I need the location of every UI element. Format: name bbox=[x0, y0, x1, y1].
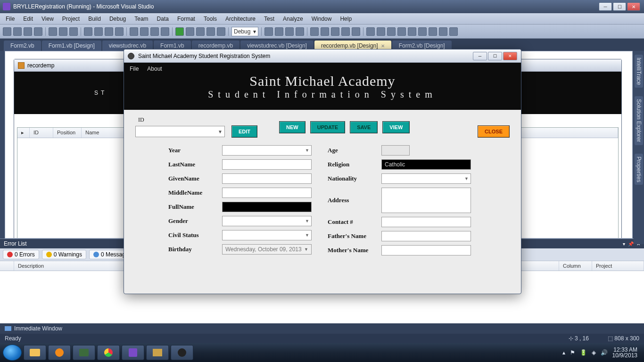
autohide-icon[interactable]: ▾ bbox=[623, 241, 625, 247]
menu-team[interactable]: Team bbox=[131, 15, 152, 23]
taskbar-running-app[interactable] bbox=[171, 345, 193, 360]
properties-tab[interactable]: Properties bbox=[635, 154, 643, 185]
grid-col-id[interactable]: ID bbox=[30, 128, 53, 138]
toolbar-icon[interactable] bbox=[3, 27, 11, 36]
toolbar-icon[interactable] bbox=[429, 27, 437, 36]
toolbar-icon[interactable] bbox=[449, 27, 458, 36]
toolbar-icon[interactable] bbox=[275, 27, 283, 36]
taskbar-app[interactable] bbox=[146, 345, 169, 360]
birthday-picker[interactable]: Wednesday, October 09, 2013▼ bbox=[222, 244, 312, 255]
minimize-button[interactable]: ─ bbox=[599, 2, 612, 11]
toolbar-icon[interactable] bbox=[341, 27, 350, 36]
tray-battery-icon[interactable]: 🔋 bbox=[580, 349, 587, 356]
toolbar-icon[interactable] bbox=[130, 27, 138, 36]
toolbar-icon[interactable] bbox=[439, 27, 447, 36]
app-titlebar[interactable]: Saint Michael Academy Student Registrati… bbox=[124, 49, 521, 63]
year-combo[interactable]: ▼ bbox=[222, 145, 312, 156]
taskbar-chrome[interactable] bbox=[97, 345, 120, 360]
menu-architecture[interactable]: Architecture bbox=[222, 15, 259, 23]
errors-filter[interactable]: 0 Errors bbox=[3, 250, 39, 259]
taskbar-idm[interactable] bbox=[73, 345, 95, 360]
menu-project[interactable]: Project bbox=[58, 15, 83, 23]
toolbar-icon[interactable] bbox=[150, 27, 159, 36]
view-button[interactable]: VIEW bbox=[382, 121, 410, 133]
taskbar-mediaplayer[interactable] bbox=[48, 345, 71, 360]
toolbar-icon[interactable] bbox=[13, 27, 22, 36]
tab-form1-design[interactable]: Form1.vb [Design] bbox=[42, 41, 101, 51]
toolbar-icon[interactable] bbox=[49, 27, 57, 36]
app-menu-file[interactable]: File bbox=[130, 66, 139, 72]
civilstatus-combo[interactable]: ▼ bbox=[222, 230, 312, 240]
menu-help[interactable]: Help bbox=[336, 15, 355, 23]
contact-input[interactable] bbox=[381, 217, 471, 227]
solution-explorer-tab[interactable]: Solution Explorer bbox=[635, 96, 643, 145]
menu-tools[interactable]: Tools bbox=[200, 15, 221, 23]
givenname-input[interactable] bbox=[222, 173, 312, 184]
middlename-input[interactable] bbox=[222, 188, 312, 198]
toolbar-icon[interactable] bbox=[321, 27, 329, 36]
nationality-combo[interactable]: ▼ bbox=[381, 173, 471, 184]
app-minimize-button[interactable]: ─ bbox=[473, 52, 487, 60]
pin-icon[interactable]: 📌 bbox=[628, 241, 634, 247]
menu-file[interactable]: File bbox=[2, 15, 18, 23]
toolbar-icon[interactable] bbox=[310, 27, 319, 36]
update-button[interactable]: UPDATE bbox=[310, 121, 345, 133]
col-icon[interactable] bbox=[0, 261, 14, 271]
app-maximize-button[interactable]: ☐ bbox=[488, 52, 502, 60]
grid-col-selector[interactable]: ▸ bbox=[17, 128, 30, 138]
close-icon[interactable]: ✕ bbox=[381, 43, 385, 49]
toolbar-icon[interactable] bbox=[24, 27, 32, 36]
menu-debug[interactable]: Debug bbox=[106, 15, 130, 23]
maximize-button[interactable]: ☐ bbox=[613, 2, 626, 11]
col-project[interactable]: Project bbox=[592, 261, 644, 271]
toolbar-icon[interactable] bbox=[69, 27, 78, 36]
start-button[interactable] bbox=[3, 345, 22, 361]
new-button[interactable]: NEW bbox=[279, 121, 305, 133]
toolbar-icon[interactable] bbox=[377, 27, 385, 36]
grid-col-position[interactable]: Position bbox=[53, 128, 82, 138]
menu-test[interactable]: Test bbox=[260, 15, 278, 23]
close-button[interactable]: ✕ bbox=[627, 2, 640, 11]
toolbar-icon[interactable] bbox=[34, 27, 42, 36]
toolbar-icon[interactable] bbox=[366, 27, 375, 36]
play-icon[interactable] bbox=[175, 27, 184, 36]
toolbar-icon[interactable] bbox=[352, 27, 360, 36]
toolbar-icon[interactable] bbox=[418, 27, 427, 36]
menu-data[interactable]: Data bbox=[153, 15, 173, 23]
fullname-input[interactable] bbox=[222, 202, 312, 212]
toolbar-icon[interactable] bbox=[217, 27, 225, 36]
app-menu-about[interactable]: About bbox=[147, 66, 162, 72]
menu-window[interactable]: Window bbox=[308, 15, 336, 23]
toolbar-icon[interactable] bbox=[331, 27, 339, 36]
father-input[interactable] bbox=[381, 231, 471, 241]
taskbar-explorer[interactable] bbox=[24, 345, 46, 360]
address-input[interactable] bbox=[381, 188, 471, 213]
gender-combo[interactable]: ▼ bbox=[222, 216, 312, 226]
toolbar-icon[interactable] bbox=[408, 27, 416, 36]
menu-analyze[interactable]: Analyze bbox=[279, 15, 307, 23]
pause-icon[interactable] bbox=[186, 27, 194, 36]
menu-view[interactable]: View bbox=[38, 15, 58, 23]
menu-format[interactable]: Format bbox=[173, 15, 199, 23]
toolbar-icon[interactable] bbox=[264, 27, 273, 36]
toolbar-icon[interactable] bbox=[397, 27, 406, 36]
toolbar-icon[interactable] bbox=[285, 27, 294, 36]
toolbar-icon[interactable] bbox=[161, 27, 169, 36]
app-close-button[interactable]: ✕ bbox=[503, 52, 517, 60]
taskbar-vs[interactable] bbox=[122, 345, 144, 360]
toolbar-icon[interactable] bbox=[387, 27, 396, 36]
save-button[interactable]: SAVE bbox=[350, 121, 378, 133]
menu-edit[interactable]: Edit bbox=[19, 15, 37, 23]
religion-input[interactable]: Catholic bbox=[381, 159, 471, 170]
system-tray[interactable]: ▴ ⚑ 🔋 ◈ 🔊 12:33 AM 10/9/2013 bbox=[562, 347, 641, 358]
tray-flag-icon[interactable]: ⚑ bbox=[570, 349, 575, 356]
toolbar-icon[interactable] bbox=[94, 27, 103, 36]
toolbar-icon[interactable] bbox=[206, 27, 215, 36]
col-column[interactable]: Column bbox=[559, 261, 592, 271]
mother-input[interactable] bbox=[381, 245, 471, 255]
toolbar-icon[interactable] bbox=[105, 27, 113, 36]
lastname-input[interactable] bbox=[222, 159, 312, 170]
toolbar-icon[interactable] bbox=[115, 27, 124, 36]
tab-form2[interactable]: Form2.vb bbox=[4, 41, 41, 51]
close-form-button[interactable]: CLOSE bbox=[478, 125, 510, 138]
